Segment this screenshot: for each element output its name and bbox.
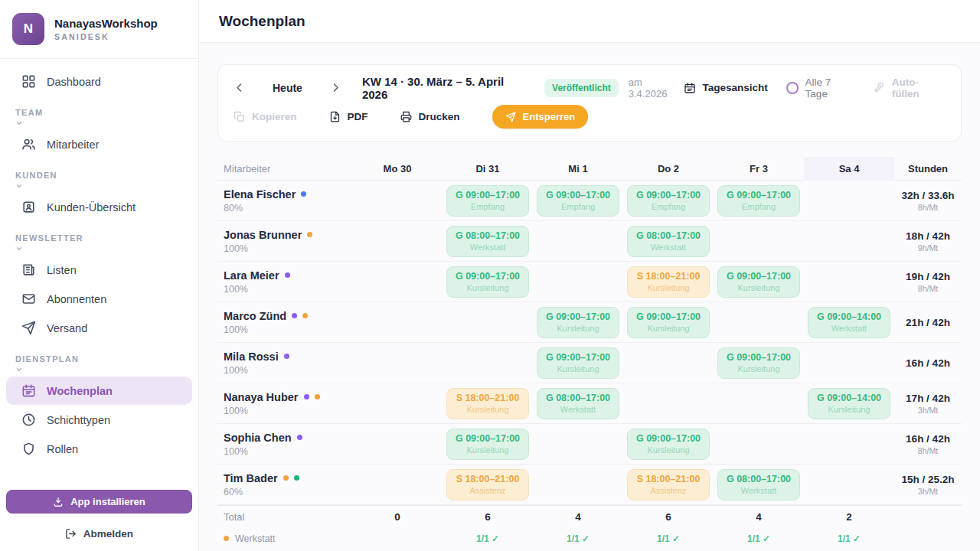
day-cell[interactable]: G 09:00–17:00Empfang (443, 181, 533, 220)
shift-chip[interactable]: G 09:00–17:00Empfang (537, 185, 619, 217)
day-cell[interactable]: G 09:00–17:00Kursleitung (623, 302, 714, 342)
day-cell[interactable]: G 08:00–17:00Werkstatt (533, 383, 623, 423)
sidebar-item-versand[interactable]: Versand (6, 314, 192, 342)
day-cell[interactable] (352, 181, 443, 220)
shift-chip[interactable]: G 09:00–17:00Kursleitung (627, 307, 710, 338)
shift-chip[interactable]: G 09:00–17:00Kursleitung (717, 266, 800, 298)
shift-chip[interactable]: G 08:00–17:00Werkstatt (537, 388, 619, 419)
day-cell[interactable] (804, 424, 894, 464)
shift-chip[interactable]: G 09:00–17:00Empfang (717, 185, 800, 217)
day-cell[interactable]: G 08:00–17:00Werkstatt (714, 465, 804, 504)
autofill-button[interactable]: Auto-füllen (874, 77, 946, 99)
today-button[interactable]: Heute (273, 82, 302, 94)
shift-chip[interactable]: G 09:00–17:00Empfang (627, 185, 710, 217)
employee-cell[interactable]: Jonas Brunner 100% (217, 229, 352, 254)
unlock-button[interactable]: Entsperren (492, 105, 589, 129)
all-days-toggle[interactable]: Alle 7 Tage (786, 77, 855, 99)
day-view-toggle[interactable]: Tagesansicht (684, 82, 768, 94)
shift-chip[interactable]: G 09:00–17:00Kursleitung (537, 307, 619, 338)
day-cell[interactable] (714, 383, 804, 423)
shift-chip[interactable]: S 18:00–21:00Kursleitung (627, 266, 710, 298)
day-cell[interactable] (443, 343, 533, 383)
employee-cell[interactable]: Nanaya Huber 100% (217, 391, 352, 416)
day-cell[interactable] (623, 343, 714, 383)
day-cell[interactable] (533, 465, 623, 504)
day-cell[interactable]: S 18:00–21:00Kursleitung (443, 383, 533, 423)
prev-week-button[interactable] (234, 82, 245, 93)
day-cell[interactable]: G 09:00–14:00Werkstatt (804, 302, 894, 342)
shift-chip[interactable]: G 09:00–14:00Kursleitung (808, 388, 890, 419)
employee-cell[interactable]: Tim Bader 60% (217, 472, 352, 497)
day-cell[interactable] (533, 262, 623, 302)
day-cell[interactable] (352, 383, 443, 423)
day-cell[interactable]: S 18:00–21:00Assistenz (623, 465, 714, 504)
install-app-button[interactable]: App installieren (6, 490, 192, 514)
next-week-button[interactable] (330, 82, 341, 93)
employee-cell[interactable]: Mila Rossi 100% (217, 350, 352, 376)
sidebar-item-dashboard[interactable]: Dashboard (6, 67, 192, 96)
shift-chip[interactable]: G 09:00–17:00Empfang (446, 185, 529, 217)
sidebar-item-mitarbeiter[interactable]: Mitarbeiter (6, 130, 192, 158)
shift-chip[interactable]: G 09:00–17:00Kursleitung (446, 266, 529, 298)
day-cell[interactable]: G 09:00–17:00Kursleitung (714, 262, 804, 302)
section-team[interactable]: TEAM (0, 96, 198, 129)
sidebar-item-listen[interactable]: Listen (6, 256, 192, 284)
day-cell[interactable] (352, 221, 443, 261)
shift-chip[interactable]: G 09:00–14:00Werkstatt (808, 307, 890, 338)
sidebar-item-abonnenten[interactable]: Abonnenten (6, 285, 192, 313)
print-button[interactable]: Drucken (400, 111, 460, 122)
employee-cell[interactable]: Elena Fischer 80% (217, 188, 352, 214)
sidebar-item-rollen[interactable]: Rollen (6, 435, 192, 463)
shift-chip[interactable]: G 08:00–17:00Werkstatt (717, 469, 800, 500)
sidebar-item-kunden-uebersicht[interactable]: Kunden-Übersicht (6, 193, 192, 221)
day-cell[interactable] (714, 221, 804, 261)
day-cell[interactable]: G 09:00–17:00Kursleitung (533, 302, 623, 342)
day-cell[interactable] (533, 221, 623, 261)
employee-cell[interactable]: Sophia Chen 100% (217, 432, 352, 457)
day-cell[interactable] (352, 424, 443, 464)
day-cell[interactable] (714, 302, 804, 342)
shift-chip[interactable]: G 09:00–17:00Kursleitung (537, 347, 619, 379)
day-cell[interactable] (623, 383, 714, 423)
day-cell[interactable]: S 18:00–21:00Kursleitung (623, 262, 714, 302)
day-cell[interactable]: G 09:00–17:00Kursleitung (714, 343, 804, 383)
day-cell[interactable]: G 09:00–17:00Kursleitung (623, 424, 714, 464)
shift-chip[interactable]: G 09:00–17:00Kursleitung (627, 429, 710, 460)
day-cell[interactable]: G 09:00–17:00Kursleitung (533, 343, 623, 383)
shift-chip[interactable]: G 08:00–17:00Werkstatt (446, 226, 529, 257)
section-newsletter[interactable]: NEWSLETTER (0, 222, 198, 255)
shift-chip[interactable]: S 18:00–21:00Assistenz (446, 469, 529, 500)
day-cell[interactable]: G 09:00–17:00Kursleitung (443, 424, 533, 464)
day-cell[interactable] (714, 424, 804, 464)
shift-chip[interactable]: G 08:00–17:00Werkstatt (627, 226, 710, 257)
day-cell[interactable] (443, 302, 533, 342)
sidebar-item-wochenplan[interactable]: Wochenplan (6, 377, 192, 405)
sidebar-item-schichttypen[interactable]: Schichttypen (6, 406, 192, 434)
day-cell[interactable]: G 08:00–17:00Werkstatt (623, 221, 714, 261)
day-cell[interactable]: G 09:00–17:00Empfang (714, 181, 804, 220)
day-cell[interactable] (804, 262, 894, 302)
shift-chip[interactable]: G 09:00–17:00Kursleitung (446, 429, 529, 460)
shift-chip[interactable]: S 18:00–21:00Assistenz (627, 469, 710, 500)
copy-button[interactable]: Kopieren (234, 111, 297, 122)
section-dienstplan[interactable]: DIENSTPLAN (0, 343, 198, 376)
day-cell[interactable]: S 18:00–21:00Assistenz (443, 465, 533, 504)
logout-button[interactable]: Abmelden (0, 520, 198, 551)
day-cell[interactable]: G 09:00–17:00Empfang (623, 181, 714, 220)
day-cell[interactable] (804, 221, 894, 261)
day-cell[interactable] (533, 424, 623, 464)
day-cell[interactable]: G 08:00–17:00Werkstatt (443, 221, 533, 261)
shift-chip[interactable]: G 09:00–17:00Kursleitung (717, 347, 800, 379)
employee-cell[interactable]: Lara Meier 100% (217, 269, 352, 295)
day-cell[interactable] (804, 181, 894, 220)
day-cell[interactable] (804, 465, 894, 504)
section-kunden[interactable]: KUNDEN (0, 159, 198, 192)
employee-cell[interactable]: Marco Zünd 100% (217, 310, 352, 335)
day-cell[interactable] (804, 343, 894, 383)
day-cell[interactable] (352, 302, 443, 342)
day-cell[interactable]: G 09:00–17:00Kursleitung (443, 262, 533, 302)
day-cell[interactable]: G 09:00–14:00Kursleitung (804, 383, 894, 423)
pdf-button[interactable]: PDF (329, 111, 368, 122)
day-cell[interactable] (352, 343, 443, 383)
day-cell[interactable]: G 09:00–17:00Empfang (533, 181, 623, 220)
